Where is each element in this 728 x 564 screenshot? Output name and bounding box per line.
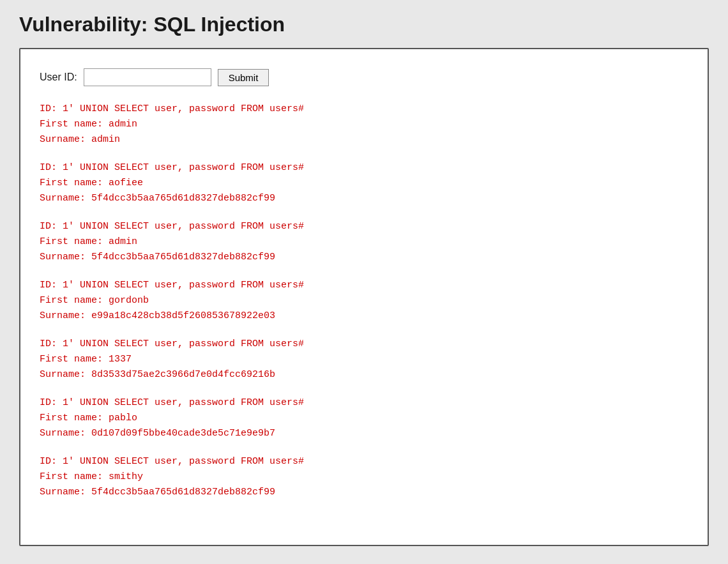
result-surname-line: Surname: 8d3533d75ae2c3966d7e0d4fcc69216… (40, 367, 688, 383)
content-box: User ID: Submit ID: 1' UNION SELECT user… (19, 48, 709, 546)
result-block: ID: 1' UNION SELECT user, password FROM … (40, 337, 688, 383)
result-block: ID: 1' UNION SELECT user, password FROM … (40, 454, 688, 500)
result-id-line: ID: 1' UNION SELECT user, password FROM … (40, 102, 688, 117)
page-title: Vulnerability: SQL Injection (19, 13, 709, 36)
result-surname-line: Surname: e99a18c428cb38d5f260853678922e0… (40, 309, 688, 324)
result-surname-line: Surname: 5f4dcc3b5aa765d61d8327deb882cf9… (40, 485, 688, 500)
result-first-line: First name: gordonb (40, 293, 688, 309)
result-surname-line: Surname: admin (40, 132, 688, 148)
result-id-line: ID: 1' UNION SELECT user, password FROM … (40, 219, 688, 234)
result-block: ID: 1' UNION SELECT user, password FROM … (40, 278, 688, 324)
result-first-line: First name: aofiee (40, 176, 688, 191)
result-id-line: ID: 1' UNION SELECT user, password FROM … (40, 395, 688, 411)
user-id-form: User ID: Submit (40, 68, 688, 86)
result-id-line: ID: 1' UNION SELECT user, password FROM … (40, 278, 688, 293)
result-surname-line: Surname: 5f4dcc3b5aa765d61d8327deb882cf9… (40, 250, 688, 265)
result-first-line: First name: 1337 (40, 352, 688, 367)
results-container: ID: 1' UNION SELECT user, password FROM … (40, 102, 688, 500)
result-block: ID: 1' UNION SELECT user, password FROM … (40, 219, 688, 265)
result-block: ID: 1' UNION SELECT user, password FROM … (40, 160, 688, 206)
user-id-label: User ID: (40, 72, 77, 83)
result-block: ID: 1' UNION SELECT user, password FROM … (40, 102, 688, 148)
result-first-line: First name: pablo (40, 411, 688, 426)
result-surname-line: Surname: 0d107d09f5bbe40cade3de5c71e9e9b… (40, 426, 688, 441)
submit-button[interactable]: Submit (218, 69, 269, 86)
result-id-line: ID: 1' UNION SELECT user, password FROM … (40, 454, 688, 469)
result-id-line: ID: 1' UNION SELECT user, password FROM … (40, 337, 688, 352)
result-first-line: First name: smithy (40, 469, 688, 485)
result-block: ID: 1' UNION SELECT user, password FROM … (40, 395, 688, 441)
user-id-input[interactable] (84, 68, 211, 86)
result-first-line: First name: admin (40, 117, 688, 132)
result-first-line: First name: admin (40, 234, 688, 250)
result-surname-line: Surname: 5f4dcc3b5aa765d61d8327deb882cf9… (40, 191, 688, 206)
result-id-line: ID: 1' UNION SELECT user, password FROM … (40, 160, 688, 176)
